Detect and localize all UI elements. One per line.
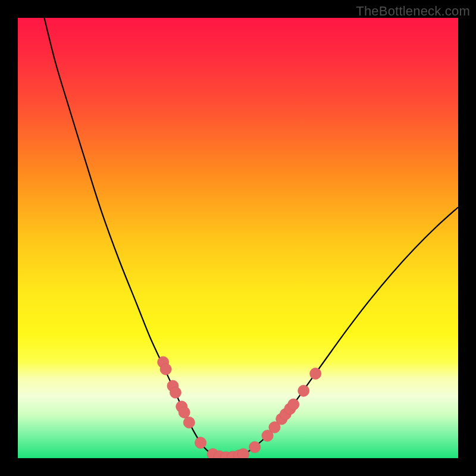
data-marker: [288, 399, 299, 410]
bottleneck-curve: [44, 18, 458, 458]
data-marker: [160, 364, 171, 375]
data-marker: [249, 441, 261, 453]
data-marker: [310, 368, 321, 379]
data-markers: [158, 356, 321, 458]
chart-frame: [18, 18, 458, 458]
data-marker: [170, 387, 181, 398]
data-marker: [298, 385, 309, 396]
data-marker: [237, 449, 249, 458]
data-marker: [183, 416, 195, 428]
watermark-text: TheBottleneck.com: [356, 4, 470, 19]
chart-overlay: [18, 18, 458, 458]
data-marker: [178, 406, 190, 418]
data-marker: [195, 437, 206, 448]
